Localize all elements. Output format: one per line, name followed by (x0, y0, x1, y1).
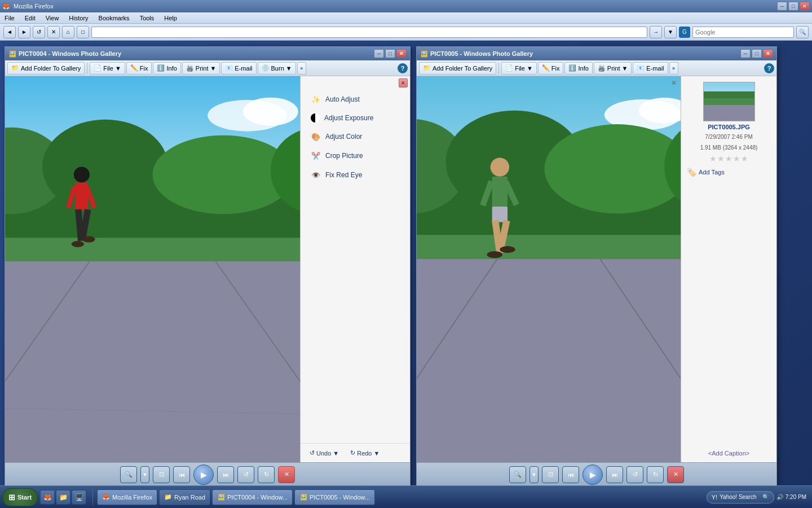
go-button[interactable]: → (650, 26, 662, 38)
redo-button[interactable]: ↻ Redo ▼ (348, 448, 382, 458)
rotate-cw-button-1[interactable]: ↻ (258, 466, 275, 483)
menu-history[interactable]: History (67, 14, 90, 22)
add-caption-button[interactable]: <Add Caption> (687, 450, 771, 457)
w2-add-folder-button[interactable]: 📁 Add Folder To Gallery (419, 62, 496, 75)
quick-firefox-button[interactable]: 🦊 (40, 490, 55, 505)
w2-email-button[interactable]: 📧 E-mail (633, 62, 668, 75)
add-tags-button[interactable]: 🏷️ Add Tags (687, 168, 771, 177)
fit-button-1[interactable]: ⊡ (153, 466, 170, 483)
crop-picture-item[interactable]: ✂️ Crop Picture (307, 148, 403, 163)
rotate-cw-button-2[interactable]: ↻ (647, 466, 664, 483)
taskbar-pict0004[interactable]: 🖼️ PICT0004 - Window... (212, 489, 293, 505)
firefox-titlebar: 🦊 Mozilla Firefox ─ □ ✕ (0, 0, 812, 12)
star-2[interactable]: ★ (717, 154, 725, 163)
taskbar-ryanroad[interactable]: 📁 Ryan Road (159, 489, 210, 505)
menu-help[interactable]: Help (162, 14, 179, 22)
delete-button-1[interactable]: ✕ (278, 466, 295, 483)
zoom-button-1[interactable]: 🔍 (120, 466, 137, 483)
next-button-2[interactable]: ⏭ (606, 466, 623, 483)
prev-button-2[interactable]: ⏮ (562, 466, 579, 483)
quick-folder-button[interactable]: 📁 (56, 490, 70, 505)
rotate-ccw-button-2[interactable]: ↺ (626, 466, 643, 483)
window1-minimize[interactable]: ─ (374, 49, 384, 58)
w2-help-button[interactable]: ? (764, 63, 774, 73)
info-panel-close-button[interactable]: ✕ (669, 78, 678, 87)
fix-red-eye-item[interactable]: 👁️ Fix Red Eye (307, 168, 403, 182)
fix-panel-close-button[interactable]: ✕ (399, 78, 408, 87)
adjust-color-item[interactable]: 🎨 Adjust Color (307, 129, 403, 144)
taskbar-pict0005[interactable]: 🖼️ PICT0005 - Window... (294, 489, 375, 505)
firefox-icon: 🦊 (2, 3, 10, 10)
w2-info-button[interactable]: ℹ️ Info (564, 62, 592, 75)
delete-button-2[interactable]: ✕ (667, 466, 684, 483)
back-button[interactable]: ◄ (3, 26, 16, 38)
star-5[interactable]: ★ (741, 154, 748, 163)
window1-content: ✕ ✨ Auto Adjust Adjust Exposure 🎨 Adjust… (5, 76, 410, 462)
info-button[interactable]: ℹ️ Info (153, 62, 180, 75)
close-button[interactable]: ✕ (800, 2, 810, 11)
fit-button-2[interactable]: ⊡ (542, 466, 559, 483)
taskbar-time: 7:20 PM (785, 494, 806, 500)
start-button[interactable]: ⊞ Start (2, 488, 38, 506)
burn-button[interactable]: 💿 Burn ▼ (258, 62, 296, 75)
undo-button[interactable]: ↺ Undo ▼ (307, 448, 341, 458)
quick-desktop-button[interactable]: 🖥️ (72, 490, 86, 505)
print-button[interactable]: 🖨️ Print ▼ (182, 62, 220, 75)
window2-minimize[interactable]: ─ (740, 49, 751, 58)
search-submit-button[interactable]: 🔍 (796, 26, 809, 38)
zoom-button-2[interactable]: 🔍 (509, 466, 526, 483)
star-rating[interactable]: ★ ★ ★ ★ ★ (709, 154, 748, 163)
star-3[interactable]: ★ (725, 154, 732, 163)
address-bar[interactable] (91, 27, 647, 38)
toolbar-more-button[interactable]: » (297, 62, 306, 75)
play-button-2[interactable]: ▶ (582, 465, 603, 485)
dropdown-button[interactable]: ▼ (664, 26, 677, 38)
star-4[interactable]: ★ (733, 154, 740, 163)
exposure-icon (311, 113, 320, 122)
menu-view[interactable]: View (43, 14, 61, 22)
menu-tools[interactable]: Tools (138, 14, 157, 22)
fix-button[interactable]: ✏️ Fix (126, 62, 152, 75)
forward-button[interactable]: ► (18, 26, 30, 38)
email-button[interactable]: 📧 E-mail (221, 62, 256, 75)
file-button[interactable]: 📄 File ▼ (90, 62, 125, 75)
home-button[interactable]: ⌂ (62, 26, 74, 38)
minimize-button[interactable]: ─ (777, 2, 787, 11)
window1-controls-bar: 🔍 ▼ ⊡ ⏮ ▶ ⏭ ↺ ↻ ✕ (5, 462, 410, 486)
window1-close[interactable]: ✕ (396, 49, 407, 58)
file-date: 7/29/2007 2:46 PM (705, 133, 753, 141)
reload-button[interactable]: ↺ (33, 26, 45, 38)
adjust-exposure-item[interactable]: Adjust Exposure (307, 111, 403, 125)
add-folder-button[interactable]: 📁 Add Folder To Gallery (7, 62, 85, 75)
menu-file[interactable]: File (2, 14, 17, 22)
window2-maximize[interactable]: □ (752, 49, 762, 58)
star-1[interactable]: ★ (709, 154, 717, 163)
prev-button-1[interactable]: ⏮ (173, 466, 190, 483)
w2-toolbar-more-button[interactable]: » (669, 62, 678, 75)
zoom-dropdown-2[interactable]: ▼ (529, 466, 539, 483)
menu-bookmarks[interactable]: Bookmarks (96, 14, 132, 22)
w2-fix-button[interactable]: ✏️ Fix (538, 62, 564, 75)
play-button-1[interactable]: ▶ (193, 465, 214, 485)
auto-adjust-item[interactable]: ✨ Auto Adjust (307, 92, 403, 107)
rotate-ccw-button-1[interactable]: ↺ (237, 466, 254, 483)
search-bar[interactable] (692, 27, 794, 38)
photo-area-1 (5, 76, 300, 462)
w2-file-button[interactable]: 📄 File ▼ (501, 62, 537, 75)
zoom-dropdown-1[interactable]: ▼ (140, 466, 149, 483)
fix-panel-bottom: ↺ Undo ▼ ↻ Redo ▼ (301, 443, 410, 462)
page-button[interactable]: □ (77, 26, 89, 38)
next-button-1[interactable]: ⏭ (217, 466, 234, 483)
w2-print-button[interactable]: 🖨️ Print ▼ (594, 62, 632, 75)
maximize-button[interactable]: □ (788, 2, 798, 11)
svg-point-3 (243, 98, 298, 126)
svg-point-43 (500, 246, 515, 253)
tray-search-bar[interactable]: Y! Yahoo! Search 🔍 (707, 491, 774, 503)
fix-panel: ✕ ✨ Auto Adjust Adjust Exposure 🎨 Adjust… (300, 76, 410, 462)
stop-button[interactable]: ✕ (47, 26, 60, 38)
window1-maximize[interactable]: □ (385, 49, 395, 58)
window2-close[interactable]: ✕ (763, 49, 773, 58)
help-button[interactable]: ? (398, 63, 408, 73)
taskbar-firefox[interactable]: 🦊 Mozilla Firefox (97, 489, 157, 505)
menu-edit[interactable]: Edit (23, 14, 38, 22)
